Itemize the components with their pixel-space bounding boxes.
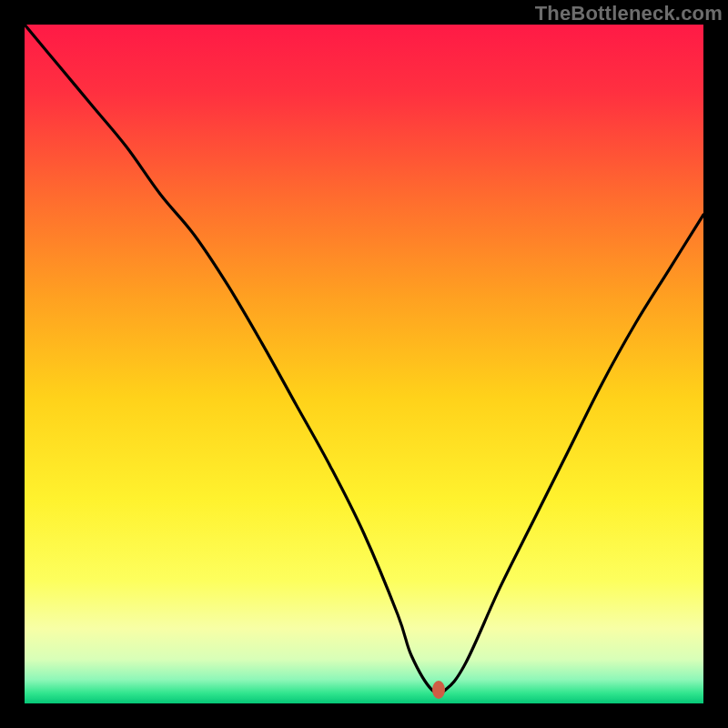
- watermark-text: TheBottleneck.com: [535, 2, 723, 25]
- optimal-point-marker: [432, 681, 445, 699]
- plot-area: [25, 25, 703, 703]
- chart-frame: TheBottleneck.com: [0, 0, 728, 728]
- bottleneck-curve: [25, 25, 703, 703]
